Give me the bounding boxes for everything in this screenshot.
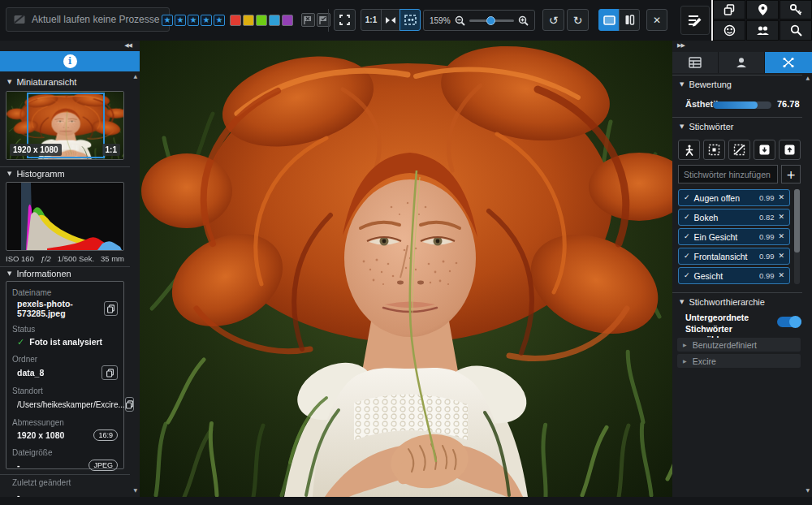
histogram-chart (6, 183, 123, 250)
zoom-100-button[interactable]: 1:1 (361, 9, 382, 31)
fit-screen-button[interactable] (400, 9, 421, 31)
keyword-check-icon[interactable]: ✓ (684, 272, 690, 279)
star-4-button[interactable]: ★ (201, 15, 212, 26)
color-label-green-button[interactable] (256, 15, 267, 26)
people-button[interactable] (746, 20, 779, 41)
thumbnail-preview[interactable]: 1920 x 1080 1:1 (6, 91, 124, 160)
toggle-knob[interactable] (789, 316, 801, 328)
rotate-ccw-button[interactable]: ↺ (542, 9, 564, 31)
keyword-row[interactable]: ✓ Frontalansicht 0.99 ✕ (678, 248, 790, 265)
left-scroll-up-icon[interactable]: ▲ (133, 74, 137, 79)
star-1-button[interactable]: ★ (162, 15, 173, 26)
keyword-remove-icon[interactable]: ✕ (778, 214, 784, 221)
rotate-cw-button[interactable]: ↻ (567, 9, 589, 31)
add-keyword-button[interactable]: + (781, 165, 801, 183)
zoom-slider[interactable] (469, 19, 514, 22)
section-open-icon: ▼ (7, 271, 11, 277)
right-sidebar: ▶▶ ▲ ▼ ▼ Bewertung Ästhetik: (672, 41, 812, 497)
section-information-label: Informationen (16, 269, 71, 278)
exif-shutter: 1/500 Sek. (58, 254, 94, 263)
keyword-check-icon[interactable]: ✓ (684, 233, 690, 240)
copy-icon (107, 304, 114, 313)
keyword-check-icon[interactable]: ✓ (684, 252, 690, 260)
copy-location-button[interactable] (125, 397, 134, 412)
section-histogram[interactable]: ▼ Histogramm (0, 169, 65, 179)
color-label-purple-button[interactable] (282, 15, 293, 26)
save-keywords-button[interactable] (754, 140, 775, 160)
tab-people[interactable] (719, 52, 765, 73)
faces-button[interactable] (713, 20, 745, 41)
color-label-red-button[interactable] (230, 15, 241, 26)
zoom-out-icon[interactable] (455, 15, 465, 26)
right-scroll-down-icon[interactable]: ▼ (806, 488, 810, 493)
tree-item-custom[interactable]: ▶ Benutzerdefiniert (677, 338, 801, 352)
left-scroll-down-icon[interactable]: ▼ (133, 488, 137, 493)
zoom-in-icon[interactable] (518, 15, 529, 26)
tab-metadata[interactable] (672, 52, 719, 73)
load-keywords-button[interactable] (779, 140, 801, 160)
keyword-list-scrollbar[interactable] (794, 189, 800, 284)
keyword-check-icon[interactable]: ✓ (684, 194, 690, 201)
folder-value: data_8 (12, 368, 44, 378)
add-keywords-input[interactable] (679, 166, 777, 183)
color-label-yellow-button[interactable] (243, 15, 254, 26)
add-keywords-field[interactable] (678, 165, 778, 183)
star-5-button[interactable]: ★ (214, 15, 225, 26)
keyword-row[interactable]: ✓ Bokeh 0.82 ✕ (678, 209, 790, 226)
star-2-button[interactable]: ★ (175, 15, 186, 26)
keyword-row[interactable]: ✓ Ein Gesicht 0.99 ✕ (678, 228, 790, 245)
stacks-button[interactable] (713, 0, 745, 19)
no-process-icon (13, 13, 26, 26)
fullscreen-icon (339, 15, 350, 25)
keyword-person-button[interactable] (678, 140, 700, 160)
select-all-icon (708, 144, 720, 156)
single-view-button[interactable] (598, 9, 620, 31)
section-keywords[interactable]: ▼ Stichwörter (672, 117, 802, 132)
keyword-remove-icon[interactable]: ✕ (778, 233, 784, 240)
photo-viewer[interactable] (140, 41, 672, 497)
color-label-blue-button[interactable] (269, 15, 280, 26)
section-rating[interactable]: ▼ Bewertung (672, 75, 802, 89)
deselect-keywords-button[interactable] (728, 140, 750, 160)
fit-width-icon (385, 15, 396, 25)
keyword-remove-icon[interactable]: ✕ (778, 194, 784, 201)
section-thumbnail[interactable]: ▼ Miniaturansicht (0, 77, 76, 87)
reject-flag-button[interactable] (301, 13, 315, 27)
location-button[interactable] (746, 0, 779, 19)
keyword-score: 0.99 (759, 232, 775, 241)
dimensions-value: 1920 x 1080 (12, 430, 64, 440)
scrollbar-thumb[interactable] (794, 189, 800, 252)
fit-width-button[interactable] (381, 9, 400, 31)
keyword-label: Gesicht (694, 271, 755, 281)
fullscreen-button[interactable] (334, 9, 356, 31)
search-button[interactable] (780, 20, 812, 41)
zoom-slider-knob[interactable] (486, 16, 495, 25)
section-information[interactable]: ▼ Informationen (0, 269, 71, 278)
copy-folder-button[interactable] (102, 365, 118, 380)
right-scroll-up-icon[interactable]: ▲ (806, 76, 810, 80)
collapse-right-panel-button[interactable]: ▶▶ (677, 43, 685, 49)
collapse-left-panel-button[interactable]: ◀◀ (124, 43, 132, 49)
section-hierarchy-label: Stichworthierarchie (689, 297, 765, 307)
exif-focal: 35 mm (101, 254, 124, 263)
exif-iso: ISO 160 (6, 254, 34, 263)
star-3-button[interactable]: ★ (188, 15, 199, 26)
keyword-remove-icon[interactable]: ✕ (778, 252, 784, 260)
copy-filename-button[interactable] (104, 301, 118, 316)
keywords-button[interactable] (780, 0, 812, 19)
close-viewer-button[interactable]: ✕ (646, 9, 667, 31)
section-keyword-hierarchy[interactable]: ▼ Stichworthierarchie (672, 292, 802, 307)
edit-notes-button[interactable] (680, 6, 710, 35)
tree-item-excire[interactable]: ▶ Excire (677, 354, 801, 368)
field-label: Status (12, 325, 118, 334)
info-icon: i (63, 54, 77, 68)
tab-keywords[interactable] (765, 52, 812, 73)
select-all-keywords-button[interactable] (703, 140, 725, 160)
keyword-row[interactable]: ✓ Augen offen 0.99 ✕ (678, 189, 790, 206)
keyword-row[interactable]: ✓ Gesicht 0.99 ✕ (678, 267, 790, 284)
subkeywords-toggle[interactable] (777, 317, 801, 327)
compare-view-button[interactable] (619, 9, 640, 31)
keyword-remove-icon[interactable]: ✕ (778, 272, 784, 279)
info-tab-bar[interactable]: i (0, 51, 140, 71)
keyword-check-icon[interactable]: ✓ (684, 214, 690, 221)
